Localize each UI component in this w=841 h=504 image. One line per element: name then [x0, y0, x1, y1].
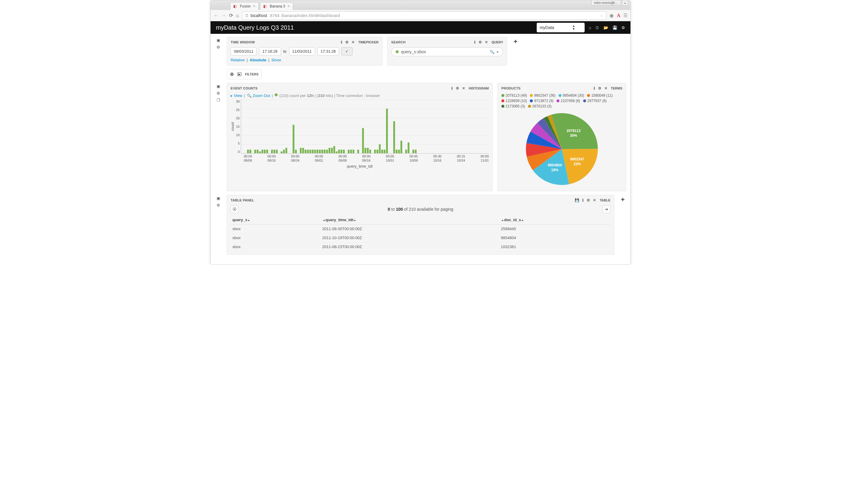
view-link[interactable]: ▸ View [231, 93, 242, 98]
from-date-input[interactable]: 08/03/2011 [231, 47, 257, 55]
close-icon[interactable]: ✕ [352, 40, 355, 44]
bar[interactable] [309, 150, 311, 153]
info-icon[interactable]: ℹ [451, 86, 453, 90]
pie-chart[interactable]: 207811330%990234722%985480418% [501, 110, 623, 188]
legend-item[interactable]: 2173065 (3) [501, 104, 525, 108]
nav-home-icon[interactable]: ⌂ [236, 13, 239, 18]
bar[interactable] [281, 151, 282, 153]
bar[interactable] [314, 150, 316, 153]
close-icon[interactable]: ✕ [605, 86, 608, 90]
bookmark-star-icon[interactable]: ☆ [600, 13, 604, 18]
info-icon[interactable]: ℹ [594, 86, 595, 90]
bar[interactable] [374, 150, 376, 153]
bar[interactable] [340, 150, 342, 153]
row-settings-icon[interactable]: ⚙ [216, 203, 220, 208]
bar[interactable] [249, 150, 251, 153]
row-copy-icon[interactable]: ❐ [216, 98, 220, 102]
bar[interactable] [369, 150, 371, 153]
bar[interactable] [405, 150, 407, 153]
bar[interactable] [247, 150, 249, 153]
ext-icon-1[interactable]: ◉ [610, 13, 614, 18]
expand-icon[interactable]: ▶ [238, 72, 241, 76]
table-row[interactable]: xbox2011-10-19T00:00:00Z9854804 [231, 233, 610, 242]
bar[interactable] [257, 150, 259, 153]
new-icon[interactable]: 🗋 [595, 25, 599, 30]
legend-item[interactable]: 1228939 (10) [501, 99, 527, 103]
browser-profile-button[interactable]: mitzi.morris@l… [591, 0, 621, 5]
gear-icon[interactable]: ⚙ [345, 40, 349, 44]
zoom-out-link[interactable]: 🔍 Zoom Out [247, 93, 270, 98]
bar[interactable] [343, 150, 345, 153]
bar[interactable] [350, 150, 352, 153]
mode-absolute[interactable]: Absolute [250, 58, 266, 62]
bar[interactable] [415, 150, 417, 153]
bar[interactable] [302, 148, 304, 153]
bar[interactable] [396, 150, 398, 153]
bar[interactable] [400, 141, 402, 153]
bar[interactable] [285, 148, 287, 153]
legend-item[interactable]: 2977637 (6) [583, 99, 607, 103]
window-controls[interactable] [213, 3, 230, 8]
mode-since[interactable]: Since [271, 58, 281, 62]
legend-item[interactable]: 2670133 (3) [528, 104, 552, 108]
bar[interactable] [312, 150, 314, 153]
bar[interactable] [300, 148, 302, 153]
info-icon[interactable]: ℹ [474, 40, 476, 44]
chrome-menu-icon[interactable]: ☰ [623, 13, 628, 18]
row-settings-icon[interactable]: ⚙ [216, 91, 220, 95]
bar[interactable] [386, 109, 388, 153]
bar[interactable] [271, 150, 273, 153]
bar[interactable] [413, 150, 414, 153]
gear-icon[interactable]: ⚙ [478, 40, 482, 44]
bar[interactable] [379, 144, 381, 153]
bar[interactable] [254, 150, 256, 153]
bar[interactable] [357, 150, 359, 153]
bar[interactable] [264, 150, 266, 153]
add-panel-button[interactable]: ✚ [619, 196, 626, 203]
bar[interactable] [381, 150, 383, 153]
bar[interactable] [338, 150, 340, 153]
search-icon[interactable]: 🔍 [490, 50, 494, 54]
info-icon[interactable]: ℹ [341, 40, 342, 44]
legend-item[interactable]: 9902347 (36) [530, 93, 555, 97]
bar[interactable] [276, 150, 278, 153]
from-time-input[interactable]: 17:16:26 [259, 47, 281, 55]
close-icon[interactable]: ✕ [462, 86, 465, 90]
pager-first-button[interactable]: ⦿ [231, 205, 239, 213]
collapse-icon[interactable]: ▣ [216, 196, 220, 200]
bar[interactable] [367, 148, 369, 153]
histogram-chart[interactable]: count 302520151050 [231, 100, 489, 154]
pager-next-button[interactable]: ➔ [602, 205, 610, 213]
bar[interactable] [365, 148, 366, 153]
bar[interactable] [307, 150, 309, 153]
to-date-input[interactable]: 11/03/2011 [289, 47, 315, 55]
bar[interactable] [283, 150, 285, 153]
bar[interactable] [319, 150, 321, 153]
to-time-input[interactable]: 17:31:26 [317, 47, 339, 55]
bar[interactable] [331, 148, 333, 153]
legend-item[interactable]: 9713872 (9) [530, 99, 554, 103]
row-settings-icon[interactable]: ⚙ [216, 45, 220, 49]
info-icon[interactable]: ℹ [582, 198, 584, 202]
open-icon[interactable]: 📂 [603, 25, 608, 30]
bar[interactable] [326, 150, 328, 153]
browser-tab-banana[interactable]: ◧ Banana 3 × [260, 2, 293, 10]
window-min[interactable] [219, 3, 223, 6]
gear-icon[interactable]: ⚙ [456, 86, 459, 90]
bar[interactable] [321, 150, 323, 153]
bar[interactable] [408, 142, 409, 153]
bar[interactable] [266, 150, 268, 153]
ext-icon-2[interactable]: A [617, 13, 620, 18]
gear-icon[interactable]: ⚙ [598, 86, 601, 90]
bar[interactable] [329, 148, 330, 153]
bar[interactable] [295, 150, 297, 153]
bar[interactable] [348, 150, 350, 153]
legend-item[interactable]: 2107458 (8) [557, 99, 580, 103]
nav-reload-icon[interactable]: ⟳ [229, 13, 233, 18]
bar[interactable] [317, 150, 318, 153]
close-icon[interactable]: × [253, 4, 256, 8]
nav-back-icon[interactable]: ← [213, 13, 218, 18]
bar[interactable] [336, 151, 337, 153]
bar[interactable] [261, 150, 263, 153]
bar[interactable] [304, 150, 306, 153]
